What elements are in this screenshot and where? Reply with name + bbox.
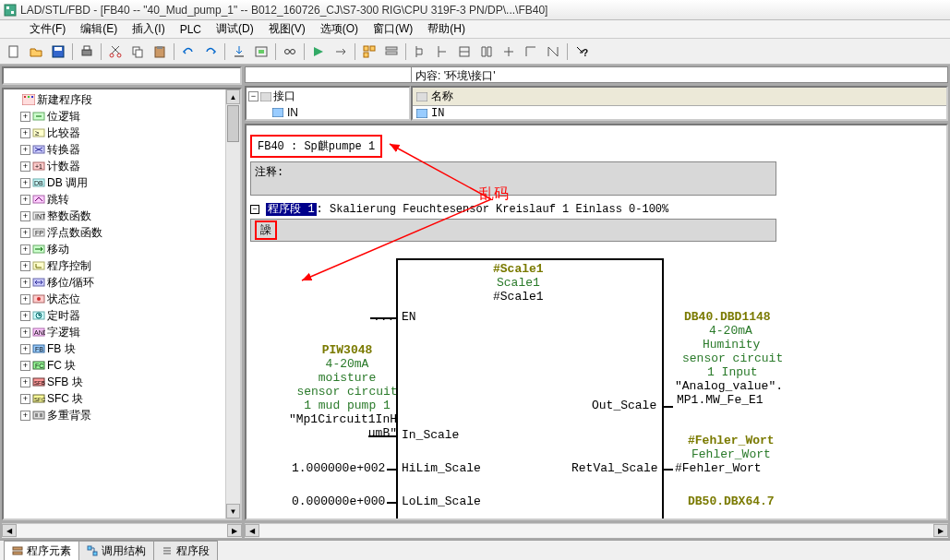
undo-icon[interactable] [178,42,198,62]
expand-icon[interactable]: + [20,311,30,321]
tab-networks[interactable]: 程序段 [153,541,218,561]
tree-item[interactable]: +FP浮点数函数 [6,224,223,241]
nc5-icon[interactable] [499,42,519,62]
menu-window[interactable]: 窗口(W) [366,19,420,39]
interface-table[interactable]: 名称 IN [411,86,948,121]
tree-item[interactable]: +多重背景 [6,407,223,423]
tree-item[interactable]: +移位/循环 [6,274,223,291]
svg-text:+1: +1 [35,163,42,170]
redo-icon[interactable] [200,42,221,62]
expand-icon[interactable]: + [20,344,30,354]
scroll-left-icon[interactable]: ◀ [245,524,259,537]
upload-icon[interactable] [251,42,271,62]
expand-icon[interactable]: + [20,294,30,304]
tree-item[interactable]: +移动 [6,241,223,257]
scroll-left-icon[interactable]: ◀ [2,524,17,537]
tab-callstruct[interactable]: 调用结构 [78,541,154,561]
tree-scroll[interactable]: 新建程序段 +位逻辑+≥比较器+转换器++1计数器+DBDB 调用+跳转+INT… [4,89,225,518]
scroll-up-icon[interactable]: ▲ [226,89,240,104]
folder-icon: FP [32,227,45,238]
expand-icon[interactable]: + [20,328,30,338]
catalog-icon[interactable] [359,42,379,62]
goto-icon[interactable] [308,42,329,62]
save-icon[interactable] [48,42,68,62]
nc7-icon[interactable] [543,42,563,62]
expand-icon[interactable]: + [20,261,30,271]
expand-icon[interactable]: + [20,411,30,421]
expand-icon[interactable]: + [20,377,30,387]
monitor-icon[interactable] [280,42,300,62]
nc2-icon[interactable] [432,42,452,62]
tree-item[interactable]: +SFBSFB 块 [6,374,223,390]
code-area[interactable]: FB40 : Sp麒pumpe 1 乱码 注释: − 程序段 1: Skalie… [245,124,948,520]
nc4-icon[interactable] [476,42,497,62]
copy-icon[interactable] [127,42,148,62]
row-value: IN [431,107,444,120]
tree-item[interactable]: +状态位 [6,291,223,307]
paste-icon[interactable] [150,42,170,62]
tree-item[interactable]: +转换器 [6,141,223,158]
print-icon[interactable] [77,42,97,62]
tree-item[interactable]: +位逻辑 [6,108,223,125]
menu-edit[interactable]: 编辑(E) [73,19,125,39]
tree-item[interactable]: +AND字逻辑 [6,324,223,340]
tree-item[interactable]: +INT整数函数 [6,208,223,224]
help-icon[interactable]: ? [571,42,592,62]
tree-item[interactable]: +FCFC 块 [6,357,223,374]
code-hscroll[interactable]: ◀ ▶ [245,523,948,538]
tree-item[interactable]: +程序控制 [6,257,223,274]
menu-insert[interactable]: 插入(I) [125,19,172,39]
scroll-right-icon[interactable]: ▶ [933,524,948,537]
tree-item[interactable]: +跳转 [6,191,223,208]
expand-icon[interactable]: + [20,112,30,122]
expand-icon[interactable]: + [20,394,30,404]
nav-bar[interactable] [2,66,242,85]
expand-icon[interactable]: + [20,211,30,221]
interface-tree[interactable]: − 接口 IN [245,86,411,121]
menu-file[interactable]: 文件(F) [22,19,73,39]
scroll-down-icon[interactable]: ▼ [226,504,240,518]
expand-icon[interactable]: + [20,244,30,255]
network-comment[interactable]: 譟 [250,219,776,242]
collapse-icon[interactable]: − [248,91,259,101]
expand-icon[interactable]: + [20,145,30,155]
expand-icon[interactable]: + [20,195,30,205]
expand-icon[interactable]: + [20,228,30,238]
menu-plc[interactable]: PLC [173,21,209,38]
toolbar: ? [0,39,950,65]
comment-box[interactable]: 注释: [250,161,776,196]
expand-icon[interactable]: + [20,178,30,188]
menu-debug[interactable]: 调试(D) [209,19,261,39]
tree-item[interactable]: +DBDB 调用 [6,174,223,191]
goto2-icon[interactable] [331,42,351,62]
menu-options[interactable]: 选项(O) [313,19,366,39]
download-icon[interactable] [229,42,249,62]
folder-icon [32,310,45,321]
nc1-icon[interactable] [410,42,430,62]
scroll-thumb[interactable] [227,105,239,142]
catalog2-icon[interactable] [381,42,402,62]
expand-icon[interactable]: + [20,128,30,138]
tree-item[interactable]: +≥比较器 [6,125,223,141]
tree-vscroll[interactable]: ▲ ▼ [225,89,240,518]
tree-item[interactable]: +FBFB 块 [6,340,223,357]
scroll-right-icon[interactable]: ▶ [227,524,242,537]
open-icon[interactable] [26,42,46,62]
tree-item[interactable]: +定时器 [6,307,223,324]
tree-item[interactable]: +SFCSFC 块 [6,390,223,407]
new-icon[interactable] [4,42,24,62]
tab-elements[interactable]: 程序元素 [4,541,79,561]
expand-icon[interactable]: + [20,161,30,172]
tree-item[interactable]: ++1计数器 [6,158,223,174]
tree-root[interactable]: 新建程序段 [6,91,223,108]
menu-help[interactable]: 帮助(H) [420,19,473,39]
cut-icon[interactable] [105,42,126,62]
menu-view[interactable]: 视图(V) [261,19,313,39]
expand-icon[interactable]: + [20,278,30,288]
tree-hscroll[interactable]: ◀ ▶ [2,523,242,538]
collapse-network-icon[interactable]: − [250,205,259,214]
expand-icon[interactable]: + [20,361,30,371]
network-header[interactable]: − 程序段 1: Skalierung Feuchtesensor Kreisl… [250,201,943,217]
nc6-icon[interactable] [521,42,541,62]
nc3-icon[interactable] [454,42,475,62]
